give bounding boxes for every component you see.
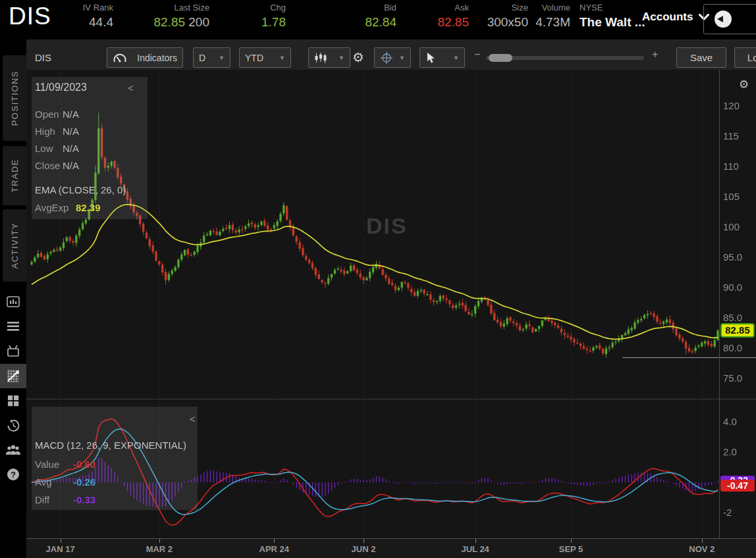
ohlc-value: N/A bbox=[63, 143, 79, 154]
time-tick bbox=[475, 539, 476, 543]
macd-row-value: -0.33 bbox=[73, 494, 95, 505]
profile-button[interactable] bbox=[703, 4, 756, 34]
trading-platform-window: DIS IV Rank44.4Last Size82.85 200Chg1.78… bbox=[0, 0, 756, 558]
stat-nyse: NYSEThe Walt ... bbox=[580, 3, 645, 30]
quote-header: DIS IV Rank44.4Last Size82.85 200Chg1.78… bbox=[0, 0, 756, 39]
range-dropdown[interactable]: YTD ▼ bbox=[239, 47, 291, 68]
macd-row-label: Value bbox=[35, 459, 59, 470]
price-tick-label: 80.0 bbox=[723, 342, 755, 353]
ema-study-title: EMA (CLOSE, 26, 0) bbox=[35, 184, 126, 195]
price-tick-label: 85.0 bbox=[723, 312, 755, 323]
gauge-icon bbox=[113, 52, 127, 64]
ohlc-row-close: CloseN/A bbox=[35, 160, 60, 171]
time-tick-label: APR 24 bbox=[259, 544, 290, 554]
ohlc-label: High bbox=[35, 126, 55, 137]
caret-down-icon: ▼ bbox=[453, 55, 459, 61]
price-tick-label: 75.0 bbox=[723, 372, 755, 384]
macd-value-badge: -0.47 bbox=[720, 480, 755, 492]
ema-value-label: AvgExp bbox=[35, 202, 68, 213]
macd-row-label: Diff bbox=[35, 494, 49, 505]
time-tick-label: MAR 2 bbox=[146, 544, 173, 554]
chart-watermark: DIS bbox=[366, 213, 408, 239]
macd-overlay: < MACD (12, 26, 9, EXPONENTIAL) Value-0.… bbox=[32, 407, 198, 510]
sidebar-tab-label: ACTIVITY bbox=[10, 222, 20, 269]
help-icon[interactable]: ? bbox=[0, 463, 26, 487]
macd-row-value: -0.60 bbox=[73, 459, 95, 470]
ohlc-label: Low bbox=[35, 143, 53, 154]
macd-row-avg: Avg-0.26 bbox=[35, 476, 52, 488]
grid-icon[interactable] bbox=[0, 388, 26, 413]
sidebar-tab-activity[interactable]: ACTIVITY bbox=[3, 209, 26, 282]
crosshair-date: 11/09/2023 bbox=[35, 82, 87, 93]
ohlc-label: Close bbox=[35, 160, 60, 171]
history-icon[interactable] bbox=[0, 413, 26, 438]
svg-text:?: ? bbox=[11, 470, 16, 480]
time-tick bbox=[702, 539, 703, 543]
macd-row-value: Value-0.60 bbox=[35, 459, 59, 470]
accounts-label: Accounts bbox=[642, 11, 693, 24]
period-dropdown[interactable]: D ▼ bbox=[193, 47, 230, 68]
ohlc-value: N/A bbox=[63, 126, 79, 137]
time-tick-label: JUN 2 bbox=[352, 544, 376, 554]
caret-down-icon: ▼ bbox=[338, 55, 344, 61]
save-button[interactable]: Save bbox=[676, 47, 726, 68]
caret-down-icon: ▼ bbox=[399, 55, 405, 61]
caret-down-icon: ▼ bbox=[219, 55, 225, 61]
crosshair-dropdown[interactable]: ▼ bbox=[374, 47, 411, 68]
collapse-overlay-button[interactable]: < bbox=[190, 413, 196, 424]
stat-volume: Volume4.73M bbox=[465, 3, 570, 30]
price-tick-label: 105 bbox=[723, 191, 755, 202]
sidebar-tab-label: POSITIONS bbox=[10, 70, 20, 126]
stat-label: IV Rank bbox=[8, 3, 113, 13]
ema-value-row: AvgExp 82.39 bbox=[35, 202, 68, 213]
crosshair-icon bbox=[380, 51, 393, 64]
chart-area: DIS ⚙ 12011511010510095.090.085.080.075.… bbox=[26, 70, 756, 558]
accounts-menu[interactable]: Accounts bbox=[642, 11, 709, 24]
stat-label: Volume bbox=[465, 3, 570, 13]
macd-row-diff: Diff-0.33 bbox=[35, 494, 49, 505]
toolbar-symbol: DIS bbox=[35, 52, 51, 63]
zoom-in-button[interactable]: + bbox=[652, 49, 658, 61]
price-tick-label: 100 bbox=[723, 221, 755, 232]
ohlc-row-high: HighN/A bbox=[35, 126, 55, 137]
price-tick-label: 95.0 bbox=[723, 251, 755, 263]
chart-settings-gear-icon[interactable]: ⚙ bbox=[352, 48, 364, 66]
macd-tick-label: 2.0 bbox=[723, 446, 755, 457]
price-tick-label: 115 bbox=[723, 130, 755, 141]
tv-icon[interactable] bbox=[0, 339, 26, 363]
collapse-overlay-button[interactable]: < bbox=[128, 82, 134, 93]
indicators-label: Indicators bbox=[137, 53, 177, 63]
price-tick-label: 110 bbox=[723, 161, 755, 172]
stat-iv-rank: IV Rank44.4 bbox=[8, 3, 113, 30]
candlestick-icon bbox=[314, 51, 327, 64]
time-tick bbox=[364, 539, 364, 543]
social-icon[interactable] bbox=[0, 438, 26, 462]
zoom-slider-handle[interactable] bbox=[489, 54, 512, 62]
stat-label: NYSE bbox=[580, 3, 645, 13]
stat-value: 4.73M bbox=[465, 14, 570, 30]
chart-type-dropdown[interactable]: ▼ bbox=[308, 47, 350, 68]
cursor-tool-dropdown[interactable]: ▼ bbox=[419, 47, 465, 68]
time-tick-label: JAN 17 bbox=[46, 544, 75, 554]
macd-row-label: Avg bbox=[35, 476, 52, 488]
load-button[interactable]: Load bbox=[734, 47, 756, 68]
sidebar-tab-trade[interactable]: TRADE bbox=[3, 146, 26, 205]
chart-icon[interactable] bbox=[0, 364, 26, 388]
chart-toolbar: DIS Indicators D ▼ YTD ▼ bbox=[26, 39, 756, 70]
cursor-arrow-icon bbox=[425, 52, 436, 64]
time-tick bbox=[159, 539, 160, 543]
ohlc-value: N/A bbox=[63, 160, 79, 171]
indicators-button[interactable]: Indicators bbox=[107, 47, 183, 68]
time-axis[interactable]: JAN 17MAR 2APR 24JUN 2JUL 24SEP 5NOV 2 bbox=[26, 538, 756, 558]
stat-value: 1.78 bbox=[180, 14, 286, 30]
zoom-out-button[interactable]: − bbox=[474, 49, 480, 61]
quote-board-icon[interactable] bbox=[0, 290, 26, 314]
sidebar-tab-positions[interactable]: POSITIONS bbox=[3, 55, 26, 141]
watchlist-icon[interactable] bbox=[0, 315, 26, 339]
time-tick-label: NOV 2 bbox=[689, 544, 715, 554]
sidebar-tab-label: TRADE bbox=[10, 159, 20, 193]
time-tick-label: JUL 24 bbox=[461, 544, 489, 554]
macd-study-title: MACD (12, 26, 9, EXPONENTIAL) bbox=[35, 440, 186, 451]
axis-settings-gear-icon[interactable]: ⚙ bbox=[739, 78, 749, 91]
time-tick bbox=[274, 539, 275, 543]
